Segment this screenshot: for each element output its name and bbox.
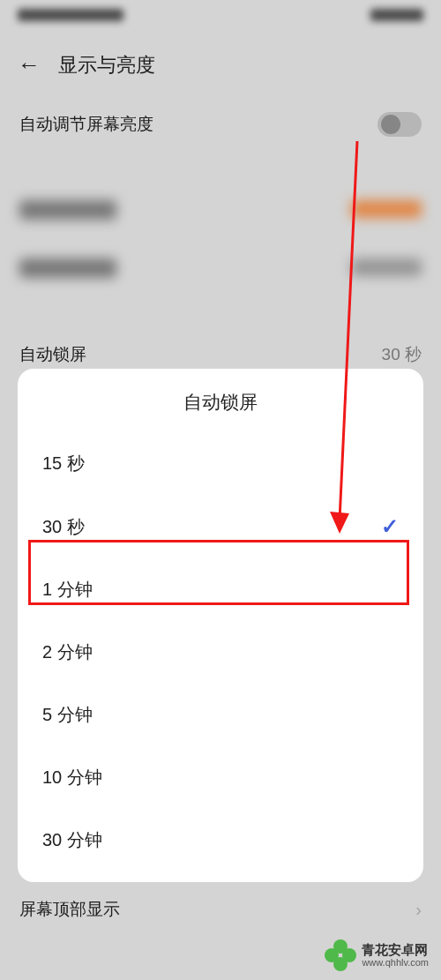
lock-option[interactable]: 2 分钟 bbox=[18, 621, 423, 684]
watermark: 青花安卓网 www.qhhlv.com bbox=[325, 939, 429, 971]
lock-option[interactable]: 10 分钟 bbox=[18, 746, 423, 809]
lock-option-label: 30 分钟 bbox=[42, 828, 102, 852]
lock-option-label: 2 分钟 bbox=[42, 640, 93, 664]
svg-line-0 bbox=[340, 141, 357, 520]
annotation-highlight bbox=[28, 540, 409, 605]
annotation-arrow bbox=[309, 132, 388, 547]
watermark-title: 青花安卓网 bbox=[362, 943, 429, 958]
lock-option[interactable]: 5 分钟 bbox=[18, 684, 423, 746]
lock-option-label: 10 分钟 bbox=[42, 766, 102, 789]
lock-option[interactable]: 30 分钟 bbox=[18, 809, 423, 872]
svg-marker-1 bbox=[330, 512, 349, 534]
watermark-logo-icon bbox=[325, 939, 356, 971]
lock-option-label: 5 分钟 bbox=[42, 703, 93, 727]
lock-option-label: 30 秒 bbox=[42, 515, 85, 539]
watermark-url: www.qhhlv.com bbox=[362, 957, 429, 968]
lock-option-label: 15 秒 bbox=[42, 452, 85, 475]
